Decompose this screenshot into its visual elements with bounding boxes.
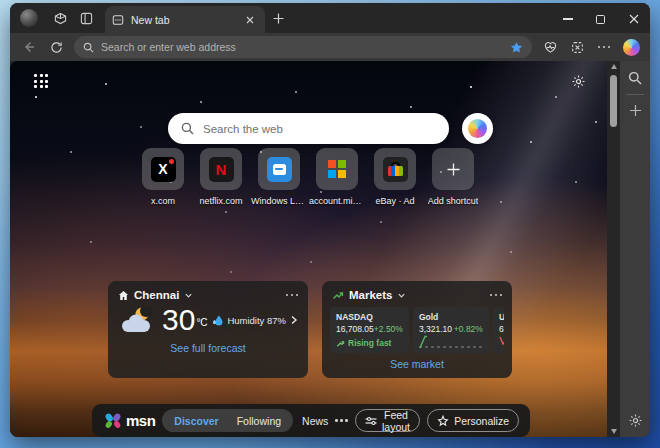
new-tab-favicon-icon bbox=[112, 14, 124, 26]
page-scrollbar[interactable] bbox=[607, 61, 620, 437]
copilot-button[interactable] bbox=[462, 113, 493, 144]
ntp-search-input[interactable] bbox=[203, 123, 436, 135]
windows-latest-favicon-icon bbox=[267, 157, 292, 182]
scroll-up-icon[interactable] bbox=[611, 64, 617, 69]
market-tile-us[interactable]: US 62. bbox=[493, 307, 504, 353]
home-icon bbox=[118, 290, 129, 301]
humidity-droplet-icon bbox=[212, 314, 223, 327]
shortcut-label: Windows Lat... bbox=[251, 196, 307, 206]
markets-title: Markets bbox=[349, 289, 392, 301]
favorites-star-icon[interactable] bbox=[510, 41, 523, 54]
profile-avatar[interactable] bbox=[20, 9, 38, 27]
new-tab-button[interactable] bbox=[265, 3, 291, 33]
sliders-icon bbox=[365, 416, 377, 426]
quick-links-row: X x.com N netflix.com Windows Lat... bbox=[134, 148, 482, 206]
scroll-down-icon[interactable] bbox=[611, 429, 617, 434]
shortcut-label: x.com bbox=[151, 196, 175, 206]
x-favicon-icon: X bbox=[151, 157, 176, 182]
browser-toolbar bbox=[10, 33, 650, 61]
sidebar-divider bbox=[626, 94, 644, 95]
temperature-value: 30 bbox=[162, 305, 195, 335]
starfield-background bbox=[10, 61, 12, 63]
search-icon bbox=[83, 42, 94, 53]
apps-launcher-icon[interactable] bbox=[34, 74, 48, 88]
see-full-forecast-link[interactable]: See full forecast bbox=[108, 342, 308, 354]
back-icon[interactable] bbox=[17, 35, 41, 59]
copilot-icon[interactable] bbox=[619, 35, 643, 59]
browser-essentials-icon[interactable] bbox=[538, 35, 562, 59]
feed-more-icon[interactable] bbox=[335, 419, 348, 422]
maximize-button[interactable] bbox=[584, 5, 617, 33]
tab-following[interactable]: Following bbox=[228, 415, 290, 427]
tab-strip: New tab bbox=[10, 3, 650, 33]
tab-new-tab[interactable]: New tab bbox=[105, 6, 265, 33]
chevron-right-icon bbox=[290, 315, 298, 325]
us-sparkline bbox=[499, 335, 504, 349]
add-shortcut-button[interactable]: Add shortcut bbox=[424, 148, 482, 206]
shortcut-label: eBay · Ad bbox=[375, 196, 414, 206]
page-settings-gear-icon[interactable] bbox=[571, 74, 586, 89]
address-input[interactable] bbox=[101, 41, 503, 53]
msn-brand-text: msn bbox=[126, 412, 155, 429]
minimize-button[interactable] bbox=[551, 5, 584, 33]
shortcut-label: account.micr... bbox=[309, 196, 365, 206]
markets-trend-icon bbox=[332, 289, 344, 301]
chevron-down-icon[interactable] bbox=[397, 291, 406, 300]
tab-actions-icon[interactable] bbox=[73, 3, 99, 33]
refresh-icon[interactable] bbox=[44, 35, 68, 59]
close-tab-icon[interactable] bbox=[242, 12, 258, 28]
sidebar-search-icon[interactable] bbox=[628, 71, 642, 85]
new-tab-page: X x.com N netflix.com Windows Lat... bbox=[10, 61, 607, 437]
close-window-button[interactable] bbox=[617, 5, 650, 33]
sidebar-settings-gear-icon[interactable] bbox=[628, 413, 643, 428]
tab-news[interactable]: News bbox=[302, 415, 328, 427]
edge-sidebar bbox=[620, 61, 650, 437]
address-bar[interactable] bbox=[74, 36, 532, 58]
personalize-button[interactable]: Personalize bbox=[427, 409, 519, 432]
search-icon bbox=[181, 122, 194, 135]
microsoft-favicon-icon bbox=[325, 157, 350, 182]
rising-arrow-icon bbox=[336, 339, 345, 348]
markets-card[interactable]: Markets NASDAQ 16,708.05 +2.50% bbox=[322, 281, 512, 378]
web-capture-icon[interactable] bbox=[565, 35, 589, 59]
msn-logo[interactable]: msn bbox=[103, 411, 155, 431]
tab-discover[interactable]: Discover bbox=[165, 415, 227, 427]
feed-tabs: Discover Following bbox=[162, 409, 293, 432]
netflix-favicon-icon: N bbox=[209, 157, 234, 182]
shortcut-ebay[interactable]: eBay · Ad bbox=[366, 148, 424, 206]
workspaces-icon[interactable] bbox=[47, 3, 73, 33]
weather-more-icon[interactable] bbox=[286, 294, 299, 297]
weather-card[interactable]: Chennai bbox=[108, 281, 308, 378]
scrollbar-thumb[interactable] bbox=[610, 75, 617, 127]
window-content: X x.com N netflix.com Windows Lat... bbox=[10, 61, 650, 437]
shortcut-netflix[interactable]: N netflix.com bbox=[192, 148, 250, 206]
browser-window: New tab bbox=[10, 3, 650, 437]
shortcut-windows-latest[interactable]: Windows Lat... bbox=[250, 148, 308, 206]
shortcut-x[interactable]: X x.com bbox=[134, 148, 192, 206]
humidity-group[interactable]: Humidity 87% bbox=[212, 314, 298, 327]
temperature-unit: °C bbox=[196, 317, 207, 328]
more-menu-icon[interactable] bbox=[592, 35, 616, 59]
sidebar-add-icon[interactable] bbox=[629, 104, 642, 117]
plus-icon bbox=[446, 162, 461, 177]
weather-city: Chennai bbox=[134, 289, 179, 301]
market-tile-nasdaq[interactable]: NASDAQ 16,708.05 +2.50% Rising fast bbox=[330, 307, 409, 353]
ebay-favicon-icon bbox=[383, 157, 408, 182]
chevron-down-icon[interactable] bbox=[184, 291, 193, 300]
market-tiles-row: NASDAQ 16,708.05 +2.50% Rising fast bbox=[330, 307, 504, 353]
msn-feed-bar: msn Discover Following News Feed layout bbox=[92, 404, 530, 437]
night-cloudy-icon bbox=[118, 306, 156, 334]
gold-sparkline bbox=[419, 335, 483, 349]
markets-more-icon[interactable] bbox=[490, 294, 503, 297]
see-market-link[interactable]: See market bbox=[322, 358, 512, 370]
shortcut-microsoft-account[interactable]: account.micr... bbox=[308, 148, 366, 206]
shortcut-label: Add shortcut bbox=[428, 196, 479, 206]
feed-layout-button[interactable]: Feed layout bbox=[355, 409, 420, 432]
humidity-label: Humidity 87% bbox=[227, 315, 286, 326]
desktop-wallpaper: New tab bbox=[0, 0, 660, 448]
msn-butterfly-icon bbox=[103, 411, 123, 431]
tab-title: New tab bbox=[131, 14, 235, 26]
shortcut-label: netflix.com bbox=[199, 196, 242, 206]
ntp-search-box[interactable] bbox=[168, 113, 449, 144]
market-tile-gold[interactable]: Gold 3,321.10 +0.82% bbox=[413, 307, 489, 353]
